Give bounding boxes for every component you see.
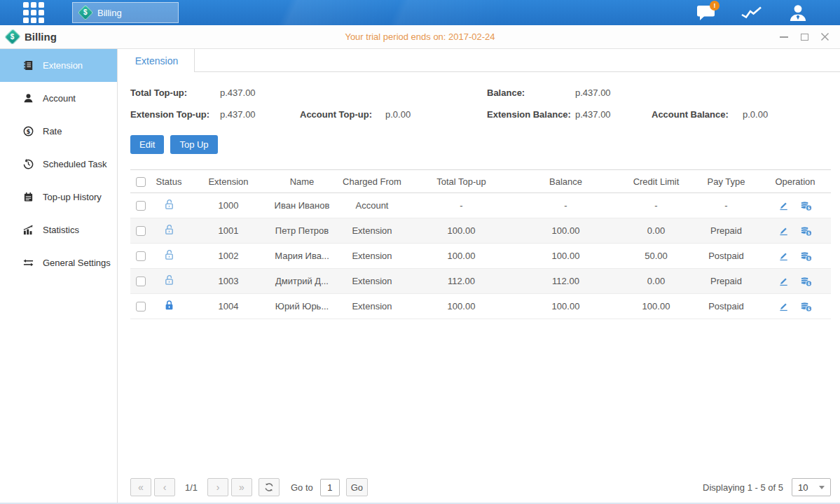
notification-badge: ! <box>710 1 719 10</box>
svg-text:$: $ <box>26 128 30 135</box>
col-pay-type: Pay Type <box>693 170 759 193</box>
sidebar-item-general-settings[interactable]: General Settings <box>0 246 117 279</box>
edit-row-button[interactable] <box>778 225 789 236</box>
billing-window-icon: $ <box>4 29 20 45</box>
sidebar-item-label: Scheduled Task <box>43 159 107 169</box>
person-icon <box>22 93 34 104</box>
main-content: Extension Total Top-up: p.437.00 Extensi… <box>118 49 840 503</box>
col-extension: Extension <box>186 170 270 193</box>
total-topup-value: p.437.00 <box>220 88 256 98</box>
svg-text:$: $ <box>807 307 810 311</box>
close-button[interactable] <box>818 30 832 44</box>
cell-name: Юрий Юрь... <box>270 294 333 319</box>
cell-credit-limit: 0.00 <box>619 218 693 244</box>
first-page-button[interactable]: « <box>130 478 151 496</box>
top-up-row-button[interactable]: $ <box>800 251 812 262</box>
edit-row-button[interactable] <box>778 251 789 261</box>
table-row: 1000 Иван Иванов Account - - - - $ <box>130 193 831 218</box>
last-page-button[interactable]: » <box>231 478 252 496</box>
extension-balance-value: p.437.00 <box>575 109 652 120</box>
edit-row-button[interactable] <box>778 276 789 286</box>
messages-button[interactable]: ! <box>694 3 717 22</box>
account-topup-value: p.0.00 <box>385 109 411 120</box>
top-up-row-button[interactable]: $ <box>800 276 812 287</box>
cell-charged-from: Extension <box>333 269 411 294</box>
prev-page-button[interactable]: ‹ <box>154 478 175 496</box>
cell-credit-limit: 100.00 <box>619 294 693 319</box>
extension-topup-label: Extension Top-up: <box>130 109 220 120</box>
sidebar-item-rate[interactable]: $ Rate <box>0 115 117 148</box>
top-up-row-button[interactable]: $ <box>800 225 812 237</box>
cell-extension: 1000 <box>186 193 270 218</box>
pencil-icon <box>778 251 789 261</box>
sidebar-item-extension[interactable]: Extension <box>0 49 117 82</box>
col-credit-limit: Credit Limit <box>619 170 693 193</box>
refresh-icon <box>264 482 274 492</box>
coins-icon: $ <box>800 200 812 211</box>
chevron-down-icon <box>819 486 825 489</box>
page-indicator: 1/1 <box>178 482 205 493</box>
billing-app-icon: $ <box>78 5 94 21</box>
col-operation: Operation <box>759 170 831 193</box>
minimize-icon <box>780 36 788 38</box>
minimize-button[interactable] <box>777 30 791 44</box>
maximize-button[interactable] <box>797 30 811 44</box>
taskbar-billing-tab[interactable]: $ Billing <box>72 2 179 23</box>
cell-name: Мария Ива... <box>270 244 333 269</box>
ledger-icon <box>22 60 34 71</box>
user-menu-button[interactable] <box>787 3 809 22</box>
edit-row-button[interactable] <box>778 200 789 211</box>
cell-balance: 100.00 <box>512 294 619 319</box>
pencil-icon <box>778 276 789 286</box>
svg-text:$: $ <box>807 231 810 235</box>
pencil-icon <box>778 225 789 236</box>
top-up-row-button[interactable]: $ <box>800 301 812 312</box>
account-topup-label: Account Top-up: <box>300 109 385 120</box>
row-checkbox[interactable] <box>136 302 146 312</box>
resource-monitor-button[interactable] <box>741 3 763 22</box>
row-checkbox[interactable] <box>136 201 146 211</box>
go-button[interactable]: Go <box>346 478 368 496</box>
cell-extension: 1002 <box>186 244 270 269</box>
top-up-button[interactable]: Top Up <box>170 135 217 154</box>
cell-credit-limit: - <box>619 193 693 218</box>
cell-total-topup: 100.00 <box>411 218 512 244</box>
sidebar-item-topup-history[interactable]: Top-up History <box>0 181 117 214</box>
select-all-checkbox[interactable] <box>136 177 146 187</box>
dollar-circle-icon: $ <box>22 126 34 136</box>
refresh-button[interactable] <box>259 478 280 496</box>
table-header-row: Status Extension Name Charged From Total… <box>130 170 831 193</box>
cell-pay-type: Postpaid <box>693 294 759 319</box>
row-checkbox[interactable] <box>136 276 146 286</box>
cell-credit-limit: 0.00 <box>619 269 693 294</box>
window-title: Billing <box>25 31 57 43</box>
sidebar-item-scheduled-task[interactable]: Scheduled Task <box>0 148 117 181</box>
cell-pay-type: Prepaid <box>693 269 759 294</box>
cell-total-topup: 100.00 <box>411 244 512 269</box>
sidebar-item-statistics[interactable]: Statistics <box>0 214 117 246</box>
app-grid-button[interactable] <box>23 2 44 23</box>
page-size-select[interactable]: 10 <box>792 478 831 496</box>
tab-extension[interactable]: Extension <box>119 49 195 72</box>
cell-pay-type: Postpaid <box>693 244 759 269</box>
edit-button[interactable]: Edit <box>130 135 164 154</box>
maximize-icon <box>801 34 808 41</box>
col-balance: Balance <box>512 170 619 193</box>
row-checkbox[interactable] <box>136 226 146 236</box>
sidebar-item-account[interactable]: Account <box>0 82 117 115</box>
cell-credit-limit: 50.00 <box>619 244 693 269</box>
goto-page-input[interactable] <box>320 479 340 496</box>
cell-balance: - <box>512 193 619 218</box>
tab-strip-filler <box>195 49 840 72</box>
edit-row-button[interactable] <box>778 301 789 312</box>
balance-value: p.437.00 <box>575 88 611 98</box>
page-size-value: 10 <box>798 482 808 493</box>
extension-balance-label: Extension Balance: <box>487 109 575 120</box>
next-page-button[interactable]: › <box>207 478 228 496</box>
row-checkbox[interactable] <box>136 251 146 261</box>
top-up-row-button[interactable]: $ <box>800 200 812 211</box>
cell-extension: 1004 <box>186 294 270 319</box>
sliders-icon <box>22 258 34 268</box>
account-balance-label: Account Balance: <box>652 109 743 120</box>
col-total-topup: Total Top-up <box>411 170 512 193</box>
